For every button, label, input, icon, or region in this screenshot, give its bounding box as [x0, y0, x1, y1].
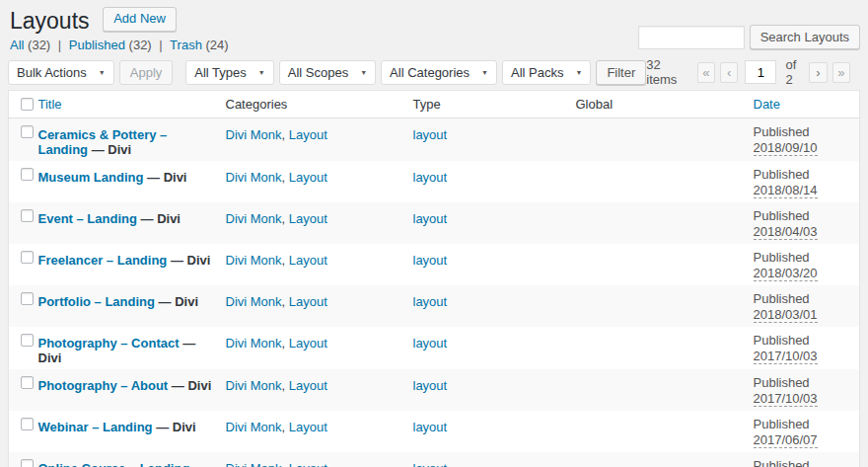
types-filter-select[interactable]: All Types ▼ — [185, 60, 273, 85]
view-filter-published[interactable]: Published — [69, 38, 125, 52]
categories-cell: Divi Monk, Layout — [226, 285, 413, 327]
title-suffix: — Divi — [159, 294, 198, 309]
search-input[interactable] — [638, 26, 745, 49]
layout-title-link[interactable]: Webinar – Landing — [38, 420, 153, 434]
category-link[interactable]: Divi Monk — [226, 294, 282, 309]
categories-cell: Divi Monk, Layout — [226, 118, 413, 162]
layout-title-link[interactable]: Freelancer – Landing — [38, 253, 168, 268]
row-checkbox[interactable] — [21, 334, 34, 347]
layout-title-link[interactable]: Portfolio – Landing — [38, 294, 155, 309]
row-checkbox[interactable] — [21, 376, 34, 389]
type-link[interactable]: layout — [413, 336, 448, 350]
date-cell: Published 2018/03/01 — [754, 285, 860, 327]
category-link[interactable]: Divi Monk — [226, 253, 282, 268]
layout-title-link[interactable]: Event – Landing — [38, 211, 137, 226]
row-checkbox-cell — [9, 327, 38, 369]
view-filter-trash[interactable]: Trash — [170, 38, 202, 52]
categories-filter-select[interactable]: All Categories ▼ — [381, 60, 497, 85]
date-cell: Published 2017/06/07 — [754, 452, 860, 467]
global-cell — [576, 161, 754, 202]
table-row: Online Course – Landing — Divi Divi Monk… — [9, 452, 860, 467]
row-checkbox-cell — [9, 244, 38, 285]
table-navigation: Bulk Actions ▼ Apply All Types ▼ All Sco… — [8, 59, 860, 85]
row-checkbox[interactable] — [21, 418, 34, 430]
type-cell: layout — [413, 244, 576, 285]
title-suffix: — Divi — [92, 142, 131, 157]
publish-date: 2018/09/10 — [754, 140, 818, 156]
type-link[interactable]: layout — [413, 378, 448, 393]
last-page-button[interactable]: » — [832, 62, 850, 83]
categories-cell: Divi Monk, Layout — [226, 411, 413, 452]
category-link[interactable]: Layout — [289, 420, 327, 434]
type-link[interactable]: layout — [413, 127, 448, 142]
layout-title-link[interactable]: Photography – Contact — [38, 336, 180, 350]
type-link[interactable]: layout — [413, 294, 448, 309]
bulk-actions-select[interactable]: Bulk Actions ▼ — [8, 60, 114, 85]
category-link[interactable]: Layout — [289, 170, 327, 185]
category-link[interactable]: Layout — [289, 127, 327, 142]
scopes-filter-select[interactable]: All Scopes ▼ — [279, 60, 376, 85]
row-checkbox[interactable] — [21, 251, 34, 264]
type-link[interactable]: layout — [413, 420, 448, 434]
search-layouts-button[interactable]: Search Layouts — [750, 25, 860, 49]
category-link[interactable]: Layout — [289, 294, 327, 309]
view-count-published: (32) — [129, 38, 152, 52]
category-link[interactable]: Layout — [289, 461, 327, 467]
title-cell: Freelancer – Landing — Divi — [38, 244, 226, 285]
next-page-button[interactable]: › — [809, 62, 827, 83]
select-all-checkbox[interactable] — [21, 98, 34, 111]
category-link[interactable]: Divi Monk — [226, 127, 282, 142]
type-link[interactable]: layout — [413, 461, 448, 467]
current-page-input[interactable] — [745, 60, 776, 84]
view-separator: | — [159, 38, 162, 52]
publish-status: Published — [754, 291, 810, 306]
global-cell — [576, 285, 754, 327]
select-all-cell — [9, 91, 38, 118]
category-link[interactable]: Divi Monk — [226, 336, 282, 350]
row-checkbox-cell — [9, 411, 38, 452]
table-row: Event – Landing — Divi Divi Monk, Layout… — [9, 202, 860, 244]
type-link[interactable]: layout — [413, 253, 448, 268]
view-count-trash: (24) — [205, 38, 228, 52]
admin-content: Layouts Add New All (32) | Published (32… — [0, 0, 868, 467]
view-filter-all[interactable]: All — [10, 38, 24, 52]
category-link[interactable]: Layout — [289, 336, 327, 350]
title-cell: Webinar – Landing — Divi — [38, 411, 226, 452]
row-checkbox[interactable] — [21, 125, 34, 138]
category-link[interactable]: Layout — [289, 253, 327, 268]
category-link[interactable]: Divi Monk — [226, 378, 282, 393]
layouts-table-body: Ceramics & Pottery – Landing — Divi Divi… — [9, 118, 860, 467]
type-link[interactable]: layout — [413, 170, 448, 185]
row-checkbox-cell — [9, 161, 38, 202]
apply-button[interactable]: Apply — [119, 60, 174, 85]
row-checkbox[interactable] — [21, 292, 34, 305]
row-checkbox[interactable] — [21, 168, 34, 181]
add-new-button[interactable]: Add New — [103, 7, 177, 32]
layout-title-link[interactable]: Online Course – Landing — [38, 461, 190, 467]
category-link[interactable]: Layout — [289, 378, 327, 393]
type-link[interactable]: layout — [413, 211, 448, 226]
packs-filter-select[interactable]: All Packs ▼ — [502, 60, 591, 85]
category-link[interactable]: Divi Monk — [226, 420, 282, 434]
categories-cell: Divi Monk, Layout — [226, 161, 413, 202]
row-checkbox[interactable] — [21, 209, 34, 222]
publish-status: Published — [754, 458, 810, 467]
category-link[interactable]: Divi Monk — [226, 211, 282, 226]
category-link[interactable]: Divi Monk — [226, 170, 282, 185]
sort-by-title-link[interactable]: Title — [38, 97, 62, 112]
filter-button[interactable]: Filter — [596, 60, 646, 85]
categories-cell: Divi Monk, Layout — [226, 452, 413, 467]
layout-title-link[interactable]: Photography – About — [38, 378, 169, 393]
category-link[interactable]: Divi Monk — [226, 461, 282, 467]
layout-title-link[interactable]: Museum Landing — [38, 170, 144, 185]
category-link[interactable]: Layout — [289, 211, 327, 226]
row-checkbox-cell — [9, 452, 38, 467]
type-cell: layout — [413, 161, 576, 202]
view-count-all: (32) — [28, 38, 50, 52]
sort-by-date-link[interactable]: Date — [754, 97, 780, 112]
row-checkbox[interactable] — [21, 459, 34, 467]
publish-date: 2017/06/07 — [754, 432, 818, 448]
global-cell — [576, 118, 754, 162]
publish-status: Published — [754, 124, 810, 139]
row-checkbox-cell — [9, 118, 38, 162]
